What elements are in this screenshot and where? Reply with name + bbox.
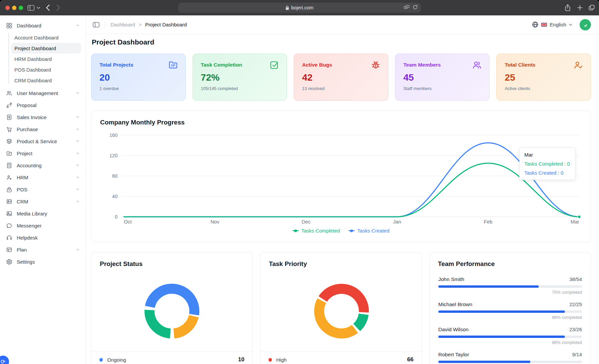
language-label: English [550,22,566,27]
close-window-button[interactable] [5,6,10,10]
sidebar-item-media-library[interactable]: Media Library [0,207,86,219]
svg-text:Jan: Jan [393,219,401,224]
sidebar-toggle-icon[interactable] [27,0,34,15]
member-progress-fill [438,285,539,288]
sidebar-item-user-management[interactable]: User Management [0,87,86,99]
url-bar[interactable]: bojeri.com A文 [178,3,421,13]
chat-icon [6,222,12,229]
sidebar-item-settings[interactable]: Settings [0,256,86,268]
reload-icon[interactable] [413,5,418,11]
member-progress-bar [438,336,582,338]
task-priority-card: Task Priority High66 [260,252,422,364]
share-icon[interactable] [565,0,571,15]
globe-icon [532,21,538,28]
chevron-down-icon [569,24,572,26]
member-name: Michael Brown [438,301,472,307]
stat-subtext: 105/145 completed [201,86,279,91]
project-status-title: Project Status [100,260,143,268]
stat-label: Task Completion [201,62,279,68]
back-button[interactable] [46,0,50,15]
sidebar-item-messenger[interactable]: Messenger [0,219,86,232]
idcard-icon [6,198,12,205]
page-content: Project Dashboard Total Projects201 over… [86,34,599,364]
sidebar-item-pos[interactable]: POS [0,183,86,195]
sidebar-item-label: Purchase [17,126,38,132]
sidebar-item-label: Sales Invoice [17,114,47,120]
calculator-icon [6,162,12,169]
member-percent-label: 88% completed [438,315,582,320]
stat-value: 25 [505,72,583,83]
topbar-divider [105,22,105,28]
chevron-down-icon [76,163,80,167]
main-area: Dashboard > Project Dashboard English [86,15,599,364]
legend-value: 66 [407,356,414,363]
sidebar-subitem-crm-dashboard[interactable]: CRM Dashboard [11,75,81,86]
task_priority-legend-row[interactable]: High66 [260,351,422,364]
member-ratio: 38/54 [569,276,582,282]
page-title: Project Dashboard [92,38,591,46]
sidebar-item-label: HRM [17,175,28,180]
sidebar-item-helpdesk[interactable]: Helpdesk [0,232,86,244]
browser-chrome: bojeri.com A文 [0,0,599,15]
sidebar-subitem-pos-dashboard[interactable]: POS Dashboard [11,64,81,75]
sidebar-item-hrm[interactable]: HRM [0,171,86,183]
breadcrumb-dashboard[interactable]: Dashboard [110,22,135,27]
legend-label: High [276,357,287,363]
url-text: bojeri.com [291,5,314,10]
legend-marker [293,230,299,231]
stat-label: Active Bugs [302,62,380,68]
sidebar-subitem-account-dashboard[interactable]: Account Dashboard [11,32,81,43]
sidebar-item-project[interactable]: Project [0,147,86,159]
person-icon [6,174,12,181]
svg-text:文: 文 [405,6,407,8]
member-name: John Smith [438,276,464,282]
sidebar-item-product-service[interactable]: Product & Service [0,135,86,147]
sidebar-item-label: Media Library [17,211,47,216]
sidebar-item-dashboard[interactable]: Dashboard [0,20,86,31]
line-chart: 16012080400OctNovDecJanFebMar [91,111,591,242]
svg-text:120: 120 [109,153,118,158]
legend-marker [349,230,355,231]
plan-icon [6,247,12,253]
zoom-window-button[interactable] [19,6,23,10]
sidebar-subitem-project-dashboard[interactable]: Project Dashboard [11,43,81,54]
sidebar-subitem-hrm-dashboard[interactable]: HRM Dashboard [11,54,81,64]
sidebar: DashboardAccount DashboardProject Dashbo… [0,15,86,364]
stat-subtext: 13 resolved [302,86,380,91]
project_status-legend-row[interactable]: Ongoing10 [91,351,252,364]
language-selector[interactable]: English [532,21,572,28]
new-tab-icon[interactable] [577,0,583,15]
monthly-progress-card: Company Monthly Progress 16012080400OctN… [91,110,591,242]
sidebar-item-sales-invoice[interactable]: Sales Invoice [0,111,86,123]
sidebar-item-purchase[interactable]: Purchase [0,123,86,135]
minimize-window-button[interactable] [12,6,16,10]
team-performance-title: Team Performance [438,260,495,268]
avatar[interactable] [580,19,591,30]
sidebar-item-plan[interactable]: Plan [0,244,86,256]
legend-item-tasks-created[interactable]: Tasks Created [349,228,389,234]
member-ratio: 9/14 [572,352,582,357]
sidebar-item-crm[interactable]: CRM [0,195,86,207]
panel-toggle-icon[interactable] [93,22,99,27]
stat-card-task-completion: Task Completion72%105/145 completed [193,54,287,101]
team-member-row: Robert Taylor9/14 [438,352,582,364]
task-priority-title: Task Priority [269,260,307,268]
stat-card-total-clients: Total Clients25Active clients [496,54,591,101]
svg-text:Feb: Feb [484,219,493,224]
sidebar-item-proposal[interactable]: Proposal [0,99,86,111]
sidebar-menu-chevron-icon[interactable] [37,0,40,15]
translate-icon[interactable]: A文 [404,5,409,11]
gear-icon [6,259,12,265]
chevron-down-icon [76,151,80,155]
forward-button[interactable] [56,0,61,15]
stat-card-active-bugs: Active Bugs4213 resolved [294,54,388,101]
svg-text:Oct: Oct [124,219,132,224]
browser-window: bojeri.com A文 DashboardAccount Dashboard… [0,0,599,364]
sidebar-item-accounting[interactable]: Accounting [0,159,86,171]
chevron-down-icon [76,91,80,95]
legend-item-tasks-completed[interactable]: Tasks Completed [293,228,340,234]
tab-overview-icon[interactable] [588,0,595,15]
stat-value: 45 [403,72,481,83]
legend-dot [269,358,272,362]
stat-value: 42 [302,72,380,83]
